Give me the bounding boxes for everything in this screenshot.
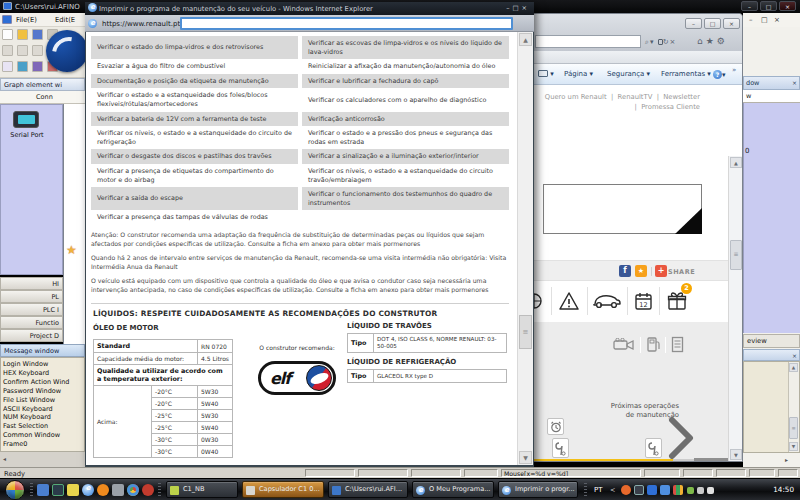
scroll-down-icon[interactable]: ▼ xyxy=(730,449,742,460)
safety-menu[interactable]: Segurança ▾ xyxy=(607,70,650,78)
list-item[interactable]: Login Window xyxy=(3,360,84,369)
grip-handle[interactable] xyxy=(584,483,587,497)
gift-icon[interactable]: 2 xyxy=(659,287,693,315)
home-icon[interactable]: ⌂ xyxy=(697,36,706,46)
scroll-right-icon[interactable]: ▸ xyxy=(785,456,788,463)
back-close-button[interactable]: × xyxy=(723,18,740,29)
link-newsletter[interactable]: Newsletter xyxy=(663,93,700,101)
tray-icon-app-blue[interactable] xyxy=(647,485,657,495)
favorites-star-icon[interactable]: ★ xyxy=(706,36,717,46)
back-address-field[interactable] xyxy=(535,35,641,48)
window-controls[interactable]: –□× xyxy=(506,4,530,12)
warning-triangle-icon[interactable] xyxy=(551,287,586,315)
tab-conn[interactable]: Conn xyxy=(0,91,85,104)
child-close-icon[interactable]: × xyxy=(774,16,780,24)
plc-hscroll[interactable]: ◂ xyxy=(0,452,85,467)
taskbar-button-imprimir[interactable]: eImprimir o progr... xyxy=(498,481,578,498)
tray-icon-battery[interactable] xyxy=(697,487,704,494)
scrollbar-thumb[interactable]: ≡ xyxy=(789,417,798,439)
graph-element-window-header[interactable]: Graph element wi xyxy=(0,78,85,91)
dock-bar-function[interactable]: Functio xyxy=(0,316,63,329)
list-item[interactable]: ASCII Keyboard xyxy=(3,405,84,414)
print-button[interactable]: ▾ xyxy=(538,70,554,78)
scroll-up-icon[interactable]: ▲ xyxy=(519,33,532,46)
align-icon[interactable] xyxy=(2,45,13,56)
right-panel-scrollbar[interactable]: ▲ ≡ ▼ xyxy=(788,362,799,452)
list-item[interactable]: Confirm Action Wind xyxy=(3,378,84,387)
scrollbar-thumb[interactable]: ≡ xyxy=(519,315,532,349)
app-close-button[interactable]: × xyxy=(779,1,796,11)
tray-icon-monitor[interactable] xyxy=(634,485,644,495)
grid-tool-icon[interactable] xyxy=(17,61,28,72)
quicklaunch-notes-icon[interactable] xyxy=(67,484,79,496)
grip-handle[interactable] xyxy=(30,483,33,497)
quicklaunch-window-icon[interactable] xyxy=(112,484,124,496)
calendar-icon[interactable]: 12 xyxy=(627,287,658,315)
tray-icon-status[interactable] xyxy=(687,487,694,494)
wrench-marker-icon[interactable] xyxy=(645,438,662,458)
quicklaunch-media-icon[interactable] xyxy=(97,484,109,496)
close-icon[interactable]: × xyxy=(792,352,797,359)
app-maximize-button[interactable]: □ xyxy=(760,1,777,11)
text-tool-icon[interactable] xyxy=(2,61,13,72)
quicklaunch-chrome-icon[interactable] xyxy=(127,484,139,496)
settings-gear-icon[interactable]: ⚙ xyxy=(717,36,728,46)
align-icon[interactable] xyxy=(17,45,28,56)
table-tool-icon[interactable] xyxy=(32,61,43,72)
list-item[interactable]: NUM Keyboard xyxy=(3,413,84,422)
list-item[interactable]: File List Window xyxy=(3,396,84,405)
quicklaunch-computer-icon[interactable] xyxy=(37,484,49,496)
wrench-marker-icon[interactable] xyxy=(552,438,569,458)
address-bar-icons[interactable]: ⌕▾ ↻× xyxy=(645,38,676,46)
preview-bar[interactable]: eview xyxy=(743,334,800,348)
list-item[interactable]: Common Window xyxy=(3,431,84,440)
align-icon[interactable] xyxy=(32,45,43,56)
dock-bar-project[interactable]: Project D xyxy=(0,329,63,342)
scroll-down-icon[interactable]: ▼ xyxy=(789,442,798,451)
new-file-icon[interactable] xyxy=(2,29,13,40)
back-scrollbar[interactable]: ▲ ≡ ▼ xyxy=(728,156,742,461)
help-menu[interactable]: ?▾ xyxy=(713,70,726,79)
taskbar-button-users[interactable]: C:\Users\rui.AFI... xyxy=(328,481,408,498)
language-indicator[interactable]: PT xyxy=(594,486,603,494)
link-renault-tv[interactable]: RenaultTV xyxy=(618,93,653,101)
stop-icon[interactable]: × xyxy=(670,38,677,46)
tools-menu[interactable]: Ferramentas ▾ xyxy=(661,70,711,78)
share-label[interactable]: SHARE xyxy=(668,268,695,276)
dock-bar-pl[interactable]: PL xyxy=(0,290,63,303)
scrollbar-thumb[interactable]: ≡ xyxy=(730,240,742,270)
right-window-tab[interactable]: w xyxy=(743,90,800,103)
child-minimize-icon[interactable]: – xyxy=(749,16,753,24)
serial-port-icon[interactable] xyxy=(13,111,39,128)
back-minimize-button[interactable]: – xyxy=(685,18,702,29)
start-button[interactable] xyxy=(5,480,25,500)
taskbar-button-meu-programa[interactable]: eO Meu Programa... xyxy=(412,481,494,498)
tray-icon-firefox[interactable] xyxy=(621,485,631,495)
refresh-icon[interactable]: ↻ xyxy=(663,38,670,46)
close-icon[interactable]: × xyxy=(792,79,797,86)
quicklaunch-ie-icon[interactable]: e xyxy=(82,484,94,496)
tray-expand-icon[interactable]: < xyxy=(610,486,615,494)
car-icon[interactable] xyxy=(587,287,626,315)
browser-toolbar-icons[interactable]: ⌂★⚙ xyxy=(697,36,728,46)
document-icon[interactable] xyxy=(671,336,684,353)
menu-edit[interactable]: Edit(E xyxy=(55,16,75,24)
list-item[interactable]: Password Window xyxy=(3,387,84,396)
taskbar-button-c1nb[interactable]: C1_NB xyxy=(166,481,238,498)
quicklaunch-app-icon[interactable] xyxy=(142,484,154,496)
grip-handle[interactable] xyxy=(158,483,161,497)
fuel-pump-icon[interactable] xyxy=(646,336,660,353)
menu-file[interactable]: File(E) xyxy=(16,16,37,24)
site-top-links[interactable]: Quero um Renault | RenaultTV | Newslette… xyxy=(545,92,700,112)
next-arrow-icon[interactable] xyxy=(666,417,696,459)
share-plus-icon[interactable]: + xyxy=(655,265,667,277)
scroll-down-icon[interactable]: ▼ xyxy=(519,451,532,464)
scroll-up-icon[interactable]: ▲ xyxy=(789,363,798,372)
scroll-up-icon[interactable]: ▲ xyxy=(730,157,742,168)
favorite-star-icon[interactable]: ★ xyxy=(635,265,647,277)
tray-icon-app-blue2[interactable] xyxy=(660,485,670,495)
link-quero-um-renault[interactable]: Quero um Renault xyxy=(545,93,607,101)
tray-icon-chart[interactable] xyxy=(673,485,683,495)
print-page-scrollbar[interactable]: ▲ ≡ ▼ xyxy=(517,32,533,465)
back-maximize-button[interactable]: □ xyxy=(704,18,721,29)
